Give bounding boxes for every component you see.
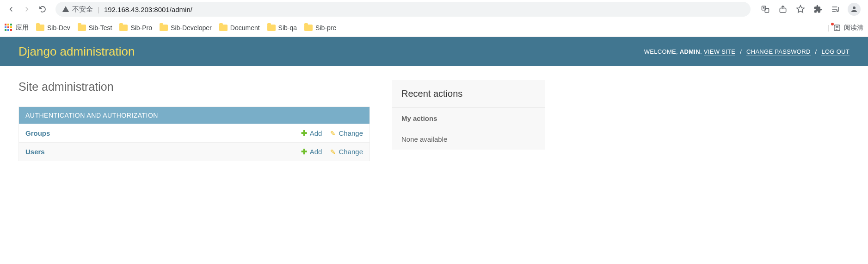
plus-icon: ✚ — [301, 129, 307, 138]
separator: / — [740, 48, 742, 55]
view-site-link[interactable]: VIEW SITE — [704, 48, 735, 56]
bookmark-label: Document — [230, 24, 260, 31]
folder-icon — [36, 25, 44, 31]
module-header-link[interactable]: AUTHENTICATION AND AUTHORIZATION — [25, 112, 158, 119]
content-area: Site administration AUTHENTICATION AND A… — [0, 66, 868, 175]
notification-dot-icon — [831, 23, 834, 25]
insecure-label: 不安全 — [72, 5, 93, 14]
dot: . — [700, 48, 702, 55]
add-label: Add — [310, 148, 322, 156]
module-header: AUTHENTICATION AND AUTHORIZATION — [19, 107, 369, 124]
welcome-text: WELCOME, — [644, 48, 678, 55]
model-row-groups: Groups ✚ Add ✎ Change — [19, 124, 369, 142]
site-title: Django administration — [18, 44, 135, 59]
address-separator: | — [98, 6, 99, 13]
bookmark-label: Sib-qa — [278, 24, 297, 31]
change-link-groups[interactable]: ✎ Change — [330, 129, 363, 137]
bookmark-label: Sib-Developer — [171, 24, 212, 31]
logout-link[interactable]: LOG OUT — [821, 48, 850, 56]
translate-icon[interactable] — [760, 4, 771, 15]
bookmark-item[interactable]: Sib-Developer — [160, 24, 212, 31]
bookmark-label: Sib-Dev — [47, 24, 70, 31]
address-url: 192.168.43.203:8001/admin/ — [104, 6, 192, 13]
separator: / — [815, 48, 817, 55]
bookmark-label: Sib-Test — [89, 24, 112, 31]
model-row-users: Users ✚ Add ✎ Change — [19, 142, 369, 161]
extensions-icon[interactable] — [813, 4, 824, 15]
insecure-warning: 不安全 — [62, 5, 93, 14]
bookmark-item[interactable]: Document — [219, 24, 260, 31]
bookmark-star-icon[interactable] — [795, 4, 806, 15]
folder-icon — [304, 25, 313, 31]
change-link-users[interactable]: ✎ Change — [330, 148, 363, 156]
bookmarks-bar: 应用 Sib-Dev Sib-Test Sib-Pro Sib-Develope… — [0, 19, 868, 37]
apps-grid-icon — [5, 24, 13, 32]
add-link-groups[interactable]: ✚ Add — [301, 129, 322, 138]
add-label: Add — [310, 129, 322, 137]
apps-label: 应用 — [16, 24, 29, 32]
add-link-users[interactable]: ✚ Add — [301, 147, 322, 156]
bookmark-label: Sib-pre — [315, 24, 336, 31]
none-available-text: None available — [392, 129, 545, 150]
bookmark-item[interactable]: Sib-Pro — [119, 24, 152, 31]
warning-icon — [62, 6, 69, 13]
forward-button[interactable] — [20, 3, 33, 16]
back-button[interactable] — [5, 3, 18, 16]
user-tools: WELCOME, ADMIN. VIEW SITE / CHANGE PASSW… — [644, 48, 850, 55]
bookmarks-separator: | — [827, 24, 829, 31]
folder-icon — [160, 25, 168, 31]
apps-shortcut[interactable]: 应用 — [5, 24, 29, 32]
recent-actions-module: Recent actions My actions None available — [392, 80, 545, 150]
reading-list-button[interactable]: 阅读清 — [833, 24, 863, 32]
page-title: Site administration — [18, 80, 370, 94]
profile-avatar[interactable] — [848, 3, 861, 16]
auth-module: AUTHENTICATION AND AUTHORIZATION Groups … — [18, 107, 370, 161]
plus-icon: ✚ — [301, 147, 307, 156]
address-bar[interactable]: 不安全 | 192.168.43.203:8001/admin/ — [55, 2, 751, 17]
username: ADMIN — [680, 48, 700, 55]
bookmark-item[interactable]: Sib-qa — [267, 24, 297, 31]
folder-icon — [119, 25, 128, 31]
django-header: Django administration WELCOME, ADMIN. VI… — [0, 37, 868, 66]
browser-nav-bar: 不安全 | 192.168.43.203:8001/admin/ — [0, 0, 868, 19]
folder-icon — [267, 25, 276, 31]
reading-list-icon — [833, 24, 841, 32]
bookmark-label: Sib-Pro — [130, 24, 152, 31]
bookmark-item[interactable]: Sib-pre — [304, 24, 336, 31]
model-link-groups[interactable]: Groups — [25, 129, 293, 137]
my-actions-section: My actions — [392, 107, 545, 129]
pencil-icon: ✎ — [330, 130, 336, 137]
browser-right-icons — [757, 3, 863, 16]
my-actions-title: My actions — [401, 114, 536, 122]
recent-actions-title: Recent actions — [392, 80, 545, 107]
playlist-icon[interactable] — [830, 4, 841, 15]
reload-button[interactable] — [36, 3, 49, 16]
change-password-link[interactable]: CHANGE PASSWORD — [746, 48, 811, 56]
bookmark-item[interactable]: Sib-Dev — [36, 24, 70, 31]
change-label: Change — [339, 148, 363, 156]
svg-point-3 — [853, 6, 856, 9]
folder-icon — [78, 25, 86, 31]
reading-list-label: 阅读清 — [844, 24, 863, 32]
model-link-users[interactable]: Users — [25, 148, 293, 156]
change-label: Change — [339, 129, 363, 137]
pencil-icon: ✎ — [330, 148, 336, 156]
bookmark-item[interactable]: Sib-Test — [78, 24, 112, 31]
share-icon[interactable] — [777, 4, 788, 15]
folder-icon — [219, 25, 228, 31]
main-column: Site administration AUTHENTICATION AND A… — [18, 80, 370, 161]
